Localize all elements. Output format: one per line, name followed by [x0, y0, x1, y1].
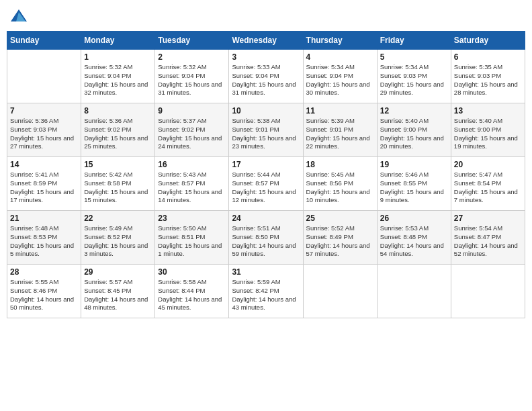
calendar-cell: 16Sunrise: 5:43 AM Sunset: 8:57 PM Dayli… — [155, 157, 229, 211]
weekday-header-row: SundayMondayTuesdayWednesdayThursdayFrid… — [7, 32, 525, 50]
calendar-cell: 28Sunrise: 5:55 AM Sunset: 8:46 PM Dayli… — [7, 265, 81, 318]
day-info: Sunrise: 5:38 AM Sunset: 9:01 PM Dayligh… — [232, 117, 300, 151]
day-info: Sunrise: 5:32 AM Sunset: 9:04 PM Dayligh… — [84, 63, 152, 97]
calendar-cell: 11Sunrise: 5:39 AM Sunset: 9:01 PM Dayli… — [303, 103, 377, 157]
calendar-cell: 19Sunrise: 5:46 AM Sunset: 8:55 PM Dayli… — [377, 157, 451, 211]
day-number: 22 — [84, 214, 152, 223]
page-header — [7, 7, 525, 26]
day-number: 4 — [306, 52, 374, 62]
day-info: Sunrise: 5:50 AM Sunset: 8:51 PM Dayligh… — [158, 224, 226, 259]
calendar-cell: 17Sunrise: 5:44 AM Sunset: 8:57 PM Dayli… — [229, 157, 303, 211]
day-number: 29 — [84, 267, 152, 277]
day-info: Sunrise: 5:55 AM Sunset: 8:46 PM Dayligh… — [10, 278, 78, 312]
day-number: 26 — [380, 214, 448, 223]
day-info: Sunrise: 5:58 AM Sunset: 8:44 PM Dayligh… — [158, 278, 226, 312]
day-number: 31 — [232, 267, 300, 277]
day-info: Sunrise: 5:57 AM Sunset: 8:45 PM Dayligh… — [84, 278, 152, 312]
day-number: 20 — [454, 160, 522, 169]
day-info: Sunrise: 5:33 AM Sunset: 9:04 PM Dayligh… — [232, 63, 300, 97]
day-number: 15 — [84, 160, 152, 169]
day-number: 25 — [306, 214, 374, 223]
day-info: Sunrise: 5:40 AM Sunset: 9:00 PM Dayligh… — [380, 117, 448, 151]
calendar-cell: 31Sunrise: 5:59 AM Sunset: 8:42 PM Dayli… — [229, 265, 303, 318]
calendar-cell: 22Sunrise: 5:49 AM Sunset: 8:52 PM Dayli… — [81, 211, 155, 265]
calendar-cell: 6Sunrise: 5:35 AM Sunset: 9:03 PM Daylig… — [451, 50, 525, 103]
weekday-header-friday: Friday — [377, 32, 451, 50]
calendar-cell: 4Sunrise: 5:34 AM Sunset: 9:04 PM Daylig… — [303, 50, 377, 103]
day-info: Sunrise: 5:49 AM Sunset: 8:52 PM Dayligh… — [84, 224, 152, 259]
weekday-header-monday: Monday — [81, 32, 155, 50]
day-number: 16 — [158, 160, 226, 169]
day-number: 27 — [454, 214, 522, 223]
day-number: 17 — [232, 160, 300, 169]
calendar-cell: 20Sunrise: 5:47 AM Sunset: 8:54 PM Dayli… — [451, 157, 525, 211]
calendar-cell: 26Sunrise: 5:53 AM Sunset: 8:48 PM Dayli… — [377, 211, 451, 265]
day-number: 19 — [380, 160, 448, 169]
day-info: Sunrise: 5:43 AM Sunset: 8:57 PM Dayligh… — [158, 171, 226, 205]
day-number: 30 — [158, 267, 226, 277]
weekday-header-thursday: Thursday — [303, 32, 377, 50]
day-info: Sunrise: 5:37 AM Sunset: 9:02 PM Dayligh… — [158, 117, 226, 151]
calendar-cell — [377, 265, 451, 318]
calendar-cell: 10Sunrise: 5:38 AM Sunset: 9:01 PM Dayli… — [229, 103, 303, 157]
week-row-2: 7Sunrise: 5:36 AM Sunset: 9:03 PM Daylig… — [7, 103, 525, 157]
day-info: Sunrise: 5:45 AM Sunset: 8:56 PM Dayligh… — [306, 171, 374, 205]
weekday-header-tuesday: Tuesday — [155, 32, 229, 50]
calendar-cell: 3Sunrise: 5:33 AM Sunset: 9:04 PM Daylig… — [229, 50, 303, 103]
day-number: 12 — [380, 106, 448, 116]
day-number: 18 — [306, 160, 374, 169]
weekday-header-sunday: Sunday — [7, 32, 81, 50]
logo — [9, 7, 31, 26]
day-info: Sunrise: 5:41 AM Sunset: 8:59 PM Dayligh… — [10, 171, 78, 205]
day-number: 9 — [158, 106, 226, 116]
day-info: Sunrise: 5:35 AM Sunset: 9:03 PM Dayligh… — [454, 63, 522, 97]
day-number: 6 — [454, 52, 522, 62]
day-info: Sunrise: 5:47 AM Sunset: 8:54 PM Dayligh… — [454, 171, 522, 205]
calendar-cell: 30Sunrise: 5:58 AM Sunset: 8:44 PM Dayli… — [155, 265, 229, 318]
calendar-cell — [303, 265, 377, 318]
calendar: SundayMondayTuesdayWednesdayThursdayFrid… — [7, 31, 525, 318]
day-info: Sunrise: 5:40 AM Sunset: 9:00 PM Dayligh… — [454, 117, 522, 151]
calendar-cell: 2Sunrise: 5:32 AM Sunset: 9:04 PM Daylig… — [155, 50, 229, 103]
day-number: 8 — [84, 106, 152, 116]
weekday-header-wednesday: Wednesday — [229, 32, 303, 50]
day-info: Sunrise: 5:52 AM Sunset: 8:49 PM Dayligh… — [306, 224, 374, 259]
calendar-cell: 12Sunrise: 5:40 AM Sunset: 9:00 PM Dayli… — [377, 103, 451, 157]
week-row-4: 21Sunrise: 5:48 AM Sunset: 8:53 PM Dayli… — [7, 211, 525, 265]
logo-icon — [9, 7, 28, 26]
day-info: Sunrise: 5:51 AM Sunset: 8:50 PM Dayligh… — [232, 224, 300, 259]
day-info: Sunrise: 5:36 AM Sunset: 9:03 PM Dayligh… — [10, 117, 78, 151]
calendar-cell: 23Sunrise: 5:50 AM Sunset: 8:51 PM Dayli… — [155, 211, 229, 265]
day-number: 24 — [232, 214, 300, 223]
day-info: Sunrise: 5:42 AM Sunset: 8:58 PM Dayligh… — [84, 171, 152, 205]
calendar-cell: 9Sunrise: 5:37 AM Sunset: 9:02 PM Daylig… — [155, 103, 229, 157]
day-number: 10 — [232, 106, 300, 116]
calendar-cell: 7Sunrise: 5:36 AM Sunset: 9:03 PM Daylig… — [7, 103, 81, 157]
day-info: Sunrise: 5:34 AM Sunset: 9:04 PM Dayligh… — [306, 63, 374, 97]
day-number: 5 — [380, 52, 448, 62]
day-number: 11 — [306, 106, 374, 116]
calendar-cell: 25Sunrise: 5:52 AM Sunset: 8:49 PM Dayli… — [303, 211, 377, 265]
day-number: 23 — [158, 214, 226, 223]
calendar-cell: 27Sunrise: 5:54 AM Sunset: 8:47 PM Dayli… — [451, 211, 525, 265]
day-info: Sunrise: 5:53 AM Sunset: 8:48 PM Dayligh… — [380, 224, 448, 259]
day-number: 14 — [10, 160, 78, 169]
day-number: 1 — [84, 52, 152, 62]
day-number: 21 — [10, 214, 78, 223]
day-info: Sunrise: 5:46 AM Sunset: 8:55 PM Dayligh… — [380, 171, 448, 205]
calendar-cell: 8Sunrise: 5:36 AM Sunset: 9:02 PM Daylig… — [81, 103, 155, 157]
day-number: 13 — [454, 106, 522, 116]
calendar-cell: 13Sunrise: 5:40 AM Sunset: 9:00 PM Dayli… — [451, 103, 525, 157]
calendar-cell: 5Sunrise: 5:34 AM Sunset: 9:03 PM Daylig… — [377, 50, 451, 103]
day-info: Sunrise: 5:32 AM Sunset: 9:04 PM Dayligh… — [158, 63, 226, 97]
day-info: Sunrise: 5:39 AM Sunset: 9:01 PM Dayligh… — [306, 117, 374, 151]
day-info: Sunrise: 5:34 AM Sunset: 9:03 PM Dayligh… — [380, 63, 448, 97]
day-info: Sunrise: 5:48 AM Sunset: 8:53 PM Dayligh… — [10, 224, 78, 259]
week-row-3: 14Sunrise: 5:41 AM Sunset: 8:59 PM Dayli… — [7, 157, 525, 211]
day-number: 28 — [10, 267, 78, 277]
day-info: Sunrise: 5:59 AM Sunset: 8:42 PM Dayligh… — [232, 278, 300, 312]
day-number: 7 — [10, 106, 78, 116]
day-info: Sunrise: 5:44 AM Sunset: 8:57 PM Dayligh… — [232, 171, 300, 205]
calendar-cell: 21Sunrise: 5:48 AM Sunset: 8:53 PM Dayli… — [7, 211, 81, 265]
week-row-5: 28Sunrise: 5:55 AM Sunset: 8:46 PM Dayli… — [7, 265, 525, 318]
